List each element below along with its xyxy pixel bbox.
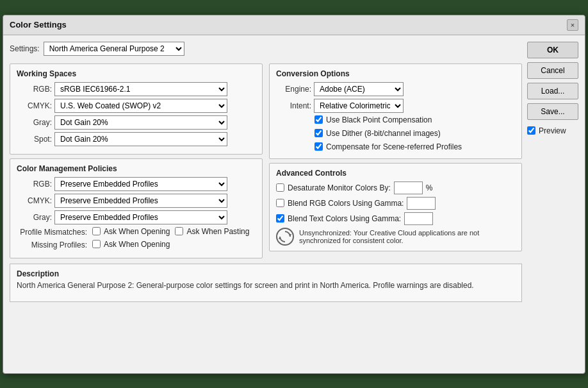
compensate-label: Compensate for Scene-referred Profiles [314,142,515,151]
cm-cmyk-label: CMYK: [17,196,52,205]
cm-rgb-label: RGB: [17,180,52,189]
gray-row: Gray: Dot Gain 20% [17,115,256,130]
color-settings-dialog: Color Settings × Settings: North America… [3,15,585,374]
settings-select[interactable]: North America General Purpose 2 [44,42,184,56]
left-column: Working Spaces RGB: sRGB IEC61966-2.1 CM… [10,63,263,258]
cm-cmyk-row: CMYK: Preserve Embedded Profiles [17,194,256,208]
save-button[interactable]: Save... [527,103,578,120]
ask-opening-pm-checkbox[interactable] [92,227,101,235]
conversion-options-title: Conversion Options [276,69,515,78]
right-column: Conversion Options Engine: Adobe (ACE) I… [269,63,522,258]
intent-row: Intent: Relative Colorimetric [276,99,515,113]
conversion-checkboxes: Use Black Point Compensation Use Dither … [314,115,515,153]
cm-rgb-select[interactable]: Preserve Embedded Profiles [54,177,227,191]
blend-text-label: Blend Text Colors Using Gamma: [288,214,401,223]
blend-rgb-checkbox[interactable] [276,199,284,207]
black-point-checkbox[interactable] [314,115,323,124]
settings-label: Settings: [10,44,40,53]
ask-opening-pm-label: Ask When Opening [92,227,170,236]
cm-gray-label: Gray: [17,213,52,222]
ask-pasting-label: Ask When Pasting [175,227,249,236]
desaturate-input[interactable]: 20 [394,181,423,194]
engine-select[interactable]: Adobe (ACE) [314,82,404,96]
cancel-button[interactable]: Cancel [527,62,578,79]
missing-profiles-row: Missing Profiles: Ask When Opening [17,240,256,251]
cm-cmyk-select[interactable]: Preserve Embedded Profiles [54,194,227,208]
load-button[interactable]: Load... [527,83,578,99]
black-point-label: Use Black Point Compensation [314,115,515,124]
ask-opening-mp-text: Ask When Opening [104,240,170,249]
rgb-select[interactable]: sRGB IEC61966-2.1 [54,82,227,96]
advanced-controls-section: Advanced Controls Desaturate Monitor Col… [269,163,522,251]
intent-label: Intent: [276,101,311,110]
working-spaces-section: Working Spaces RGB: sRGB IEC61966-2.1 CM… [10,63,263,155]
desaturate-row: Desaturate Monitor Colors By: 20 % [276,181,515,194]
spot-row: Spot: Dot Gain 20% [17,132,256,146]
svg-marker-2 [279,237,281,239]
compensate-checkbox[interactable] [314,142,323,151]
cm-rgb-row: RGB: Preserve Embedded Profiles [17,177,256,191]
sync-icon [276,228,294,246]
cmyk-row: CMYK: U.S. Web Coated (SWOP) v2 [17,99,256,113]
blend-rgb-input[interactable]: 1.00 [407,197,436,210]
engine-row: Engine: Adobe (ACE) [276,82,515,96]
dither-text: Use Dither (8-bit/channel images) [326,129,441,138]
compensate-text: Compensate for Scene-referred Profiles [326,142,462,151]
desaturate-label: Desaturate Monitor Colors By: [288,183,391,192]
cm-gray-row: Gray: Preserve Embedded Profiles [17,210,256,224]
color-management-title: Color Management Policies [17,164,256,173]
blend-rgb-row: Blend RGB Colors Using Gamma: 1.00 [276,197,515,210]
sync-text: Unsynchronized: Your Creative Cloud appl… [299,229,515,244]
close-button[interactable]: × [567,19,578,31]
cmyk-label: CMYK: [17,101,52,110]
gray-label: Gray: [17,118,52,127]
desaturate-checkbox[interactable] [276,183,284,192]
engine-label: Engine: [276,85,311,94]
ask-opening-mp-checkbox[interactable] [92,240,101,248]
ask-pasting-checkbox[interactable] [175,227,183,235]
svg-marker-1 [289,234,291,237]
profile-mismatches-label: Profile Mismatches: [17,228,87,237]
dither-checkbox[interactable] [314,129,323,137]
advanced-controls-title: Advanced Controls [276,169,515,178]
blend-text-checkbox[interactable] [276,214,284,223]
profile-mismatches-row: Profile Mismatches: Ask When Opening Ask… [17,227,256,238]
desaturate-unit: % [426,183,433,192]
conversion-options-section: Conversion Options Engine: Adobe (ACE) I… [269,63,522,159]
black-point-text: Use Black Point Compensation [326,115,432,124]
preview-checkbox[interactable] [527,126,535,135]
dither-label: Use Dither (8-bit/channel images) [314,129,515,138]
blend-text-input[interactable]: 1.45 [404,212,433,225]
preview-label: Preview [539,126,566,135]
ask-opening-mp-label: Ask When Opening [92,240,170,249]
settings-row: Settings: North America General Purpose … [10,42,522,56]
preview-row: Preview [527,126,578,135]
ok-button[interactable]: OK [527,42,578,58]
dialog-titlebar: Color Settings × [3,15,585,35]
rgb-label: RGB: [17,85,52,94]
dialog-body: Settings: North America General Purpose … [3,35,585,373]
description-title: Description [17,269,515,278]
blend-rgb-label: Blend RGB Colors Using Gamma: [288,199,404,208]
rgb-row: RGB: sRGB IEC61966-2.1 [17,82,256,96]
gray-select[interactable]: Dot Gain 20% [54,115,227,130]
working-spaces-title: Working Spaces [17,69,256,78]
description-section: Description North America General Purpos… [10,264,522,302]
cmyk-select[interactable]: U.S. Web Coated (SWOP) v2 [54,99,227,113]
sync-row: Unsynchronized: Your Creative Cloud appl… [276,228,515,246]
spot-select[interactable]: Dot Gain 20% [54,132,227,146]
main-content: Settings: North America General Purpose … [10,42,522,367]
svg-point-0 [277,228,293,245]
intent-select[interactable]: Relative Colorimetric [314,99,404,113]
blend-text-row: Blend Text Colors Using Gamma: 1.45 [276,212,515,225]
two-column-layout: Working Spaces RGB: sRGB IEC61966-2.1 CM… [10,63,522,258]
ask-opening-pm-text: Ask When Opening [104,227,170,236]
sidebar-buttons: OK Cancel Load... Save... Preview [527,42,578,367]
color-management-section: Color Management Policies RGB: Preserve … [10,158,263,258]
dialog-title: Color Settings [10,20,67,30]
cm-gray-select[interactable]: Preserve Embedded Profiles [54,210,227,224]
ask-pasting-text: Ask When Pasting [186,227,249,236]
missing-profiles-label: Missing Profiles: [17,240,87,249]
spot-label: Spot: [17,135,52,144]
description-text: North America General Purpose 2: General… [17,281,515,290]
